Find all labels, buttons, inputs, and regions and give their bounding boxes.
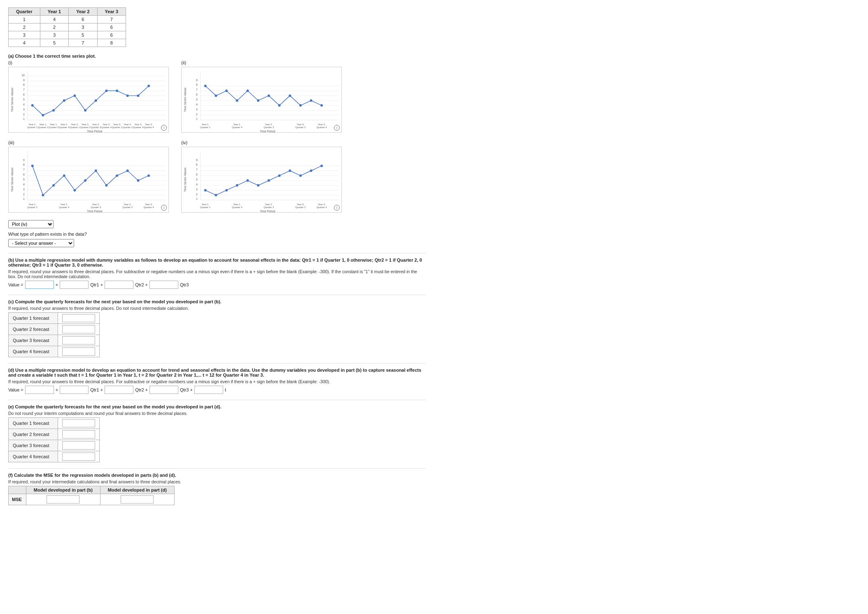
svg-point-166 [257,184,259,187]
svg-text:Year 3,: Year 3, [124,203,132,206]
svg-point-126 [105,184,107,187]
plot-i-info-icon[interactable]: i [161,125,167,131]
svg-point-161 [204,189,207,192]
forecast-c-input-field-2[interactable] [62,336,95,344]
forecast-c-input-field-0[interactable] [62,314,95,322]
plot-iv-label: (iv) [181,140,187,145]
svg-point-165 [246,179,249,182]
svg-point-125 [95,169,97,172]
forecast-e-input-field-2[interactable] [62,441,95,450]
svg-point-121 [52,184,55,187]
svg-text:Quarter 1: Quarter 1 [112,126,122,129]
svg-text:Time Period: Time Period [87,210,102,212]
svg-text:Year 1,: Year 1, [50,123,58,126]
svg-text:Year 3,: Year 3, [145,123,153,126]
svg-text:Quarter 2: Quarter 2 [122,206,133,209]
svg-text:Time Period: Time Period [260,130,275,132]
forecast-e-input-0[interactable] [58,418,100,429]
svg-text:Year 1,: Year 1, [233,123,241,126]
svg-text:Year 1,: Year 1, [201,203,209,206]
section-f-mse-table: Model developed in part (b) Model develo… [8,486,175,505]
svg-point-26 [84,109,86,112]
mse-val-d[interactable] [100,494,174,505]
forecast-c-row-1: Quarter 2 forecast [9,324,100,335]
plot-i: 1 2 3 4 5 6 7 8 9 10 [8,67,169,133]
forecast-e-label-3: Quarter 4 forecast [9,451,58,462]
svg-text:Time Series Values: Time Series Values [184,87,187,112]
forecast-c-input-3[interactable] [58,346,100,357]
svg-text:Quarter 2: Quarter 2 [38,126,48,129]
svg-text:4: 4 [23,103,25,106]
svg-point-168 [278,174,280,177]
svg-point-27 [95,99,97,102]
svg-text:1: 1 [23,197,25,200]
svg-text:Quarter 1: Quarter 1 [27,206,37,209]
svg-point-29 [116,89,118,92]
svg-text:3: 3 [196,108,198,111]
svg-point-87 [310,99,313,102]
plot-iv-info-icon[interactable]: i [334,205,340,211]
mse-col0 [9,486,26,494]
section-f-header: (f) Calculate the MSE for the regression… [8,473,426,478]
section-f-instruction: If required, round your intermediate cal… [8,479,426,484]
svg-point-127 [116,174,118,177]
forecast-c-label-1: Quarter 2 forecast [9,324,58,335]
svg-point-84 [278,104,280,107]
forecast-e-input-field-1[interactable] [62,430,95,438]
forecast-c-input-2[interactable] [58,335,100,346]
svg-point-21 [31,104,34,107]
forecast-e-input-field-0[interactable] [62,419,95,427]
mse-val-b[interactable] [26,494,100,505]
mse-b-input[interactable] [47,495,79,504]
svg-text:3: 3 [23,188,25,191]
section-b-qtr2-input[interactable] [105,281,133,289]
plots-row-1: (i) 1 2 3 4 5 6 7 8 9 10 [8,60,426,133]
svg-text:2: 2 [196,113,198,116]
section-d-qtr3-input[interactable] [149,386,178,394]
forecast-e-input-3[interactable] [58,451,100,462]
mse-d-input[interactable] [121,495,154,504]
forecast-c-input-field-3[interactable] [62,347,95,356]
table-row-1: 2236 [9,23,126,31]
svg-text:8: 8 [196,163,198,166]
cell-r3-c2: 7 [69,39,97,47]
col-header-year1: Year 1 [40,8,68,16]
svg-point-81 [246,89,249,92]
svg-text:Year 3,: Year 3, [145,203,153,206]
forecast-e-input-field-3[interactable] [62,452,95,461]
plot-select[interactable]: Plot (i) Plot (ii) Plot (iii) Plot (iv) [8,220,54,228]
section-d-qtr2-input[interactable] [105,386,133,394]
plot-iii-info-icon[interactable]: i [161,205,167,211]
forecast-c-input-field-1[interactable] [62,325,95,333]
section-d-t-input[interactable] [194,386,223,394]
section-b-value-input[interactable] [25,281,54,289]
cell-r1-c3: 6 [97,23,126,31]
forecast-c-input-0[interactable] [58,313,100,324]
svg-text:Quarter 4: Quarter 4 [59,126,70,129]
svg-text:Year 2,: Year 2, [92,203,100,206]
svg-point-25 [73,94,76,97]
plot-iv-container: (iv) 1 2 3 4 5 6 7 8 9 [181,140,342,213]
section-b-qtr3-input[interactable] [149,281,178,289]
forecast-c-input-1[interactable] [58,324,100,335]
forecast-e-input-1[interactable] [58,429,100,440]
section-d-t-label: t [225,387,226,392]
svg-text:7: 7 [196,88,198,91]
section-c-forecast-table: Quarter 1 forecastQuarter 2 forecastQuar… [8,312,100,357]
svg-text:Year 2,: Year 2, [82,123,89,126]
svg-text:7: 7 [196,168,198,171]
svg-point-86 [299,104,302,107]
pattern-select[interactable]: - Select your answer - Trend only Season… [8,239,74,247]
section-b-qtr1-input[interactable] [60,281,89,289]
section-e-instruction: Do not round your interim computations a… [8,411,426,416]
svg-text:Year 3,: Year 3, [297,123,305,126]
svg-text:6: 6 [196,173,198,176]
plot-ii: 1 2 3 4 5 6 7 8 9 [181,67,342,133]
svg-text:Quarter 4: Quarter 4 [317,126,327,129]
table-row-3: 4578 [9,39,126,47]
forecast-c-label-3: Quarter 4 forecast [9,346,58,357]
forecast-e-input-2[interactable] [58,440,100,451]
section-d-qtr1-input[interactable] [60,386,89,394]
section-d-value-input[interactable] [25,386,54,394]
plot-ii-info-icon[interactable]: i [334,125,340,131]
